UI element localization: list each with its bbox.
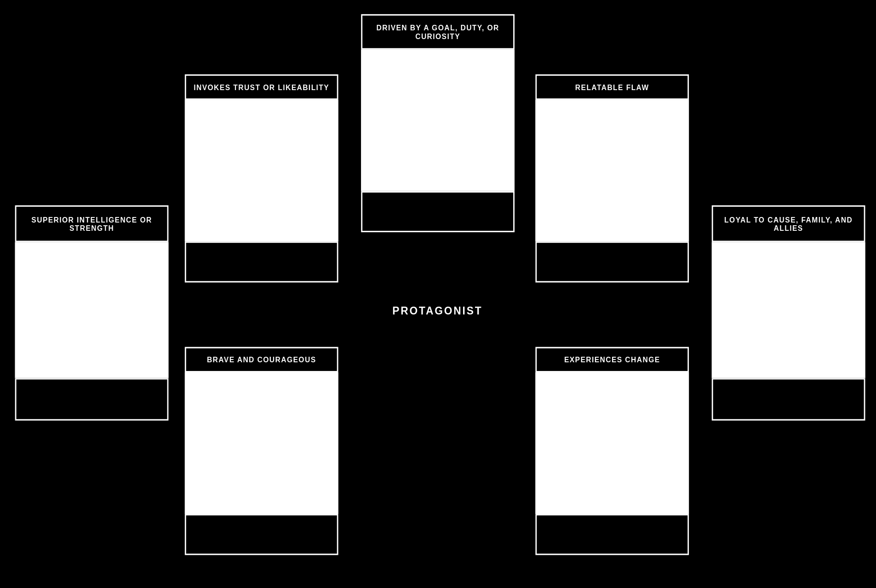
loyal-label: LOYAL TO CAUSE, FAMILY, AND ALLIES xyxy=(712,206,865,242)
card-group-driven: DRIVEN BY A GOAL, DUTY, OR CURIOSITY xyxy=(361,14,515,232)
brave-label: BRAVE AND COURAGEOUS xyxy=(185,347,338,372)
relatable-text[interactable] xyxy=(535,241,689,282)
card-group-experiences: EXPERIENCES CHANGE xyxy=(535,347,689,555)
invokes-text[interactable] xyxy=(185,241,338,282)
page-container: PROTAGONIST SUPERIOR INTELLIGENCE OR STR… xyxy=(0,0,876,588)
card-group-relatable: RELATABLE FLAW xyxy=(535,74,689,283)
card-group-invokes: INVOKES TRUST OR LIKEABILITY xyxy=(185,74,338,283)
driven-image xyxy=(361,50,515,191)
protagonist-label: PROTAGONIST xyxy=(392,304,482,317)
experiences-label: EXPERIENCES CHANGE xyxy=(535,347,689,372)
loyal-text[interactable] xyxy=(712,378,865,420)
card-group-brave: BRAVE AND COURAGEOUS xyxy=(185,347,338,555)
card-group-loyal: LOYAL TO CAUSE, FAMILY, AND ALLIES xyxy=(712,206,865,421)
driven-label: DRIVEN BY A GOAL, DUTY, OR CURIOSITY xyxy=(361,14,515,50)
relatable-label: RELATABLE FLAW xyxy=(535,74,689,100)
driven-text[interactable] xyxy=(361,191,515,232)
superior-text[interactable] xyxy=(15,378,169,420)
card-group-superior: SUPERIOR INTELLIGENCE OR STRENGTH xyxy=(15,206,169,421)
superior-image xyxy=(15,242,169,378)
invokes-label: INVOKES TRUST OR LIKEABILITY xyxy=(185,74,338,100)
brave-image xyxy=(185,372,338,514)
relatable-image xyxy=(535,100,689,241)
experiences-image xyxy=(535,372,689,514)
superior-label: SUPERIOR INTELLIGENCE OR STRENGTH xyxy=(15,206,169,242)
scale-wrapper: PROTAGONIST SUPERIOR INTELLIGENCE OR STR… xyxy=(0,0,876,588)
inner-layout: PROTAGONIST SUPERIOR INTELLIGENCE OR STR… xyxy=(0,0,875,588)
loyal-image xyxy=(712,242,865,378)
brave-text[interactable] xyxy=(185,514,338,555)
experiences-text[interactable] xyxy=(535,514,689,555)
invokes-image xyxy=(185,100,338,241)
